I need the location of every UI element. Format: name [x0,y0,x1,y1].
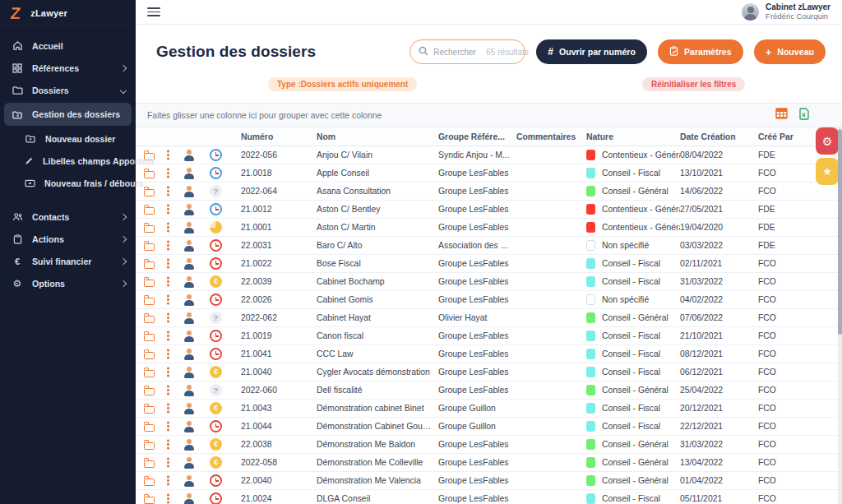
user-menu[interactable]: Cabinet zLawyer Frédéric Courquin [742,2,830,21]
folder-icon[interactable] [144,497,155,504]
table-row[interactable]: 21.0018 Apple Conseil Groupe LesFables C… [136,164,842,183]
person-icon[interactable] [183,204,195,215]
folder-icon[interactable] [144,189,155,197]
search-input[interactable] [433,48,481,57]
folder-icon[interactable] [144,280,155,287]
folder-icon[interactable] [144,479,155,486]
person-icon[interactable] [183,294,195,306]
sidebar-item-libelles-champs-apporteur[interactable]: Libelles champs Apporteur [0,150,136,172]
table-row[interactable]: 22.0040 Démonstration Me Valencia Groupe… [136,472,842,490]
column-header-nom[interactable]: Nom [317,132,438,141]
kebab-menu-icon[interactable] [167,208,169,210]
settings-button[interactable]: Paramètres [658,39,743,64]
folder-icon[interactable] [144,424,155,432]
excel-export-icon[interactable] [798,108,809,123]
table-row[interactable]: 21.0043 Démonstration cabinet Binet Grou… [136,400,842,418]
table-row[interactable]: 22.0039 Cabinet Bochamp Groupe LesFables… [136,273,842,291]
table-row[interactable]: 21.0024 DLGA Conseil Groupe LesFables Co… [136,490,842,504]
folder-icon[interactable] [144,352,155,359]
folder-icon[interactable] [144,298,155,305]
person-icon[interactable] [183,168,195,179]
kebab-menu-icon[interactable] [167,280,169,283]
table-row[interactable]: 21.0001 Aston C/ Martin Groupe LesFables… [136,219,842,237]
floating-settings-button[interactable]: ⚙ [816,127,839,155]
person-icon[interactable] [183,385,195,396]
kebab-menu-icon[interactable] [167,244,169,247]
sidebar-item-actions[interactable]: Actions [0,228,136,250]
kebab-menu-icon[interactable] [167,298,169,301]
table-row[interactable]: 2022-064 Asana Consultation Groupe LesFa… [136,183,842,201]
person-icon[interactable] [183,331,195,342]
table-row[interactable]: 2022-058 Démonstration Me Colleville Gro… [136,454,842,472]
floating-favorites-button[interactable]: ★ [816,158,839,185]
kebab-menu-icon[interactable] [167,262,169,265]
table-row[interactable]: 22.0026 Cabinet Gomis Groupe LesFables N… [136,291,842,309]
folder-icon[interactable] [144,207,155,215]
column-header-groupe[interactable]: Groupe Référe... [438,132,516,141]
person-icon[interactable] [183,222,195,234]
person-icon[interactable] [183,258,195,270]
search-box[interactable]: 65 résultats [409,39,525,64]
person-icon[interactable] [183,240,195,252]
person-icon[interactable] [183,349,195,360]
new-button[interactable]: + Nouveau [754,39,826,64]
folder-icon[interactable] [144,388,155,395]
person-icon[interactable] [183,186,195,197]
folder-icon[interactable] [144,406,155,414]
table-row[interactable]: 21.0044 Démonstration Cabinet Goumet Gro… [136,418,842,436]
column-header-commentaires[interactable]: Commentaires [516,132,586,141]
table-row[interactable]: 2022-056 Anjou C/ Vilain Syndic Anjou - … [136,146,842,164]
vertical-scrollbar[interactable] [838,127,842,504]
kebab-menu-icon[interactable] [167,461,169,464]
folder-icon[interactable] [144,261,155,269]
table-row[interactable]: 22.0031 Baro C/ Alto Association des ...… [136,237,842,255]
table-row[interactable]: 2022-062 Cabinet Hayat Olivier Hayat Con… [136,309,842,327]
table-row[interactable]: 2022-060 Dell fiscalité Groupe LesFables… [136,381,842,400]
person-icon[interactable] [183,312,195,324]
sidebar-item-options[interactable]: ⚙ Options [0,272,136,294]
filter-type-pill[interactable]: Type :Dossiers actifs uniquement [268,77,417,91]
kebab-menu-icon[interactable] [167,172,169,174]
folder-icon[interactable] [144,225,155,233]
scrollbar-thumb[interactable] [838,129,842,335]
table-row[interactable]: 22.0038 Démonstration Me Baldon Groupe L… [136,436,842,454]
table-row[interactable]: 21.0019 Canon fiscal Groupe LesFables Co… [136,327,842,345]
kebab-menu-icon[interactable] [167,226,169,229]
kebab-menu-icon[interactable] [167,353,169,355]
person-icon[interactable] [183,367,195,378]
folder-icon[interactable] [144,460,155,468]
sidebar-item-references[interactable]: Références [0,57,136,79]
kebab-menu-icon[interactable] [167,154,169,156]
kebab-menu-icon[interactable] [167,425,169,428]
table-row[interactable]: 21.0022 Bose Fiscal Groupe LesFables Con… [136,255,842,273]
column-header-numero[interactable]: Numéro [241,132,317,141]
column-header-nature[interactable]: Nature [586,132,680,141]
table-row[interactable]: 21.0012 Aston C/ Bentley Groupe LesFable… [136,201,842,219]
person-icon[interactable] [183,439,195,451]
folder-icon[interactable] [144,243,155,251]
sidebar-item-suivi-financier[interactable]: € Suivi financier [0,250,136,272]
folder-icon[interactable] [144,316,155,323]
column-header-date-creation[interactable]: Date Création [680,132,758,141]
person-icon[interactable] [183,403,195,414]
kebab-menu-icon[interactable] [167,407,169,409]
sidebar-item-dossiers[interactable]: Dossiers [0,79,136,101]
kebab-menu-icon[interactable] [167,479,169,482]
kebab-menu-icon[interactable] [167,317,169,319]
sidebar-item-nouveau-frais-debours[interactable]: Nouveau frais / débours [0,172,136,194]
table-view-icon[interactable] [775,108,788,123]
kebab-menu-icon[interactable] [167,190,169,192]
app-logo[interactable]: Z zLawyer [0,0,136,26]
kebab-menu-icon[interactable] [167,497,169,500]
folder-icon[interactable] [144,442,155,450]
kebab-menu-icon[interactable] [167,389,169,391]
folder-icon[interactable] [144,334,155,341]
folder-icon[interactable] [144,370,155,377]
person-icon[interactable] [183,475,195,487]
hamburger-menu-icon[interactable] [147,5,160,19]
kebab-menu-icon[interactable] [167,443,169,446]
open-by-number-button[interactable]: # Ouvrir par numéro [536,39,647,64]
sidebar-item-contacts[interactable]: Contacts [0,206,136,228]
person-icon[interactable] [183,276,195,288]
sidebar-item-accueil[interactable]: Accueil [0,35,136,57]
